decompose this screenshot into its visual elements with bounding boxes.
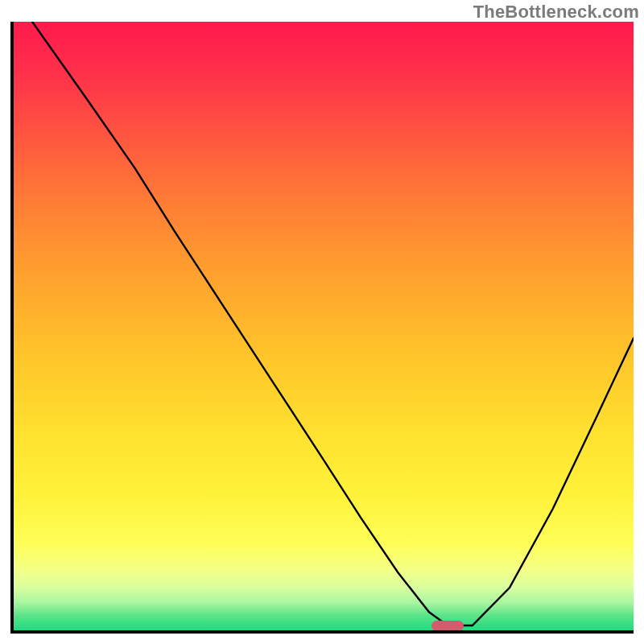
plot-area (10, 22, 634, 634)
bottleneck-curve (14, 22, 634, 630)
watermark-text: TheBottleneck.com (473, 2, 639, 23)
optimal-marker (431, 621, 464, 631)
curve-path (32, 22, 634, 625)
bottleneck-chart: TheBottleneck.com (0, 0, 644, 644)
